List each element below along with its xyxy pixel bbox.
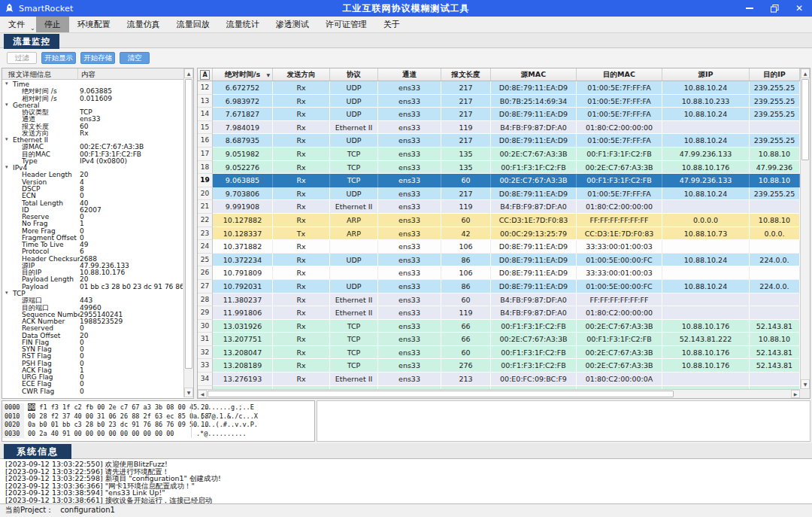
table-row[interactable]: 2710.792031RxUDPens3386D0:8E:79:11:EA:D9… <box>198 280 800 293</box>
tree-item-row[interactable]: No Frag1 <box>2 220 183 227</box>
table-row[interactable]: 3313.208189RxTCPens3327600:F1:F3:1F:C2:F… <box>198 359 800 373</box>
table-row[interactable]: 2210.127882RxARPens3360CC:D3:1E:7D:F0:83… <box>198 214 800 227</box>
table-row[interactable]: 2510.372234RxUDPens3386D0:8E:79:11:EA:D9… <box>198 254 800 267</box>
tree-item-row[interactable]: 源MAC00:2E:C7:67:A3:3B <box>2 144 183 151</box>
tree-item-row[interactable]: Payload01 bb c3 28 b0 23 dc 91 76 86 76 … <box>2 284 183 290</box>
column-header-8[interactable]: 目的IP <box>750 68 800 81</box>
chevron-down-icon[interactable]: ⌄ <box>30 25 35 32</box>
clear-button[interactable]: 清空 <box>120 52 150 64</box>
scroll-right-icon[interactable]: ▶ <box>791 390 800 398</box>
tree-item-row[interactable]: SYN Flag0 <box>2 346 183 353</box>
table-row[interactable]: 126.672752RxUDPens33217D0:8E:79:11:EA:D9… <box>198 81 800 95</box>
column-header-1[interactable]: 发送方向 <box>273 68 330 81</box>
menu-item-2[interactable]: 环境配置 <box>69 17 119 32</box>
table-row[interactable]: 3113.207751RxTCPens336600:2E:C7:67:A3:3B… <box>198 333 800 346</box>
tree-item-row[interactable]: 目的MAC00:F1:F3:1F:C2:FB <box>2 151 183 158</box>
table-row[interactable]: 2811.380237RxEthernet IIens3360B4:FB:F9:… <box>198 293 800 307</box>
tree-expand-icon[interactable]: ▾ <box>5 136 8 144</box>
hex-bytes[interactable]: 0a b0 01 bb c3 28 b0 23 dc 91 76 86 76 0… <box>28 421 209 430</box>
tab-system-info[interactable]: 系统信息 <box>4 444 71 460</box>
tab-traffic-monitor[interactable]: 流量监控 <box>4 34 59 49</box>
tree-item-row[interactable]: RST Flag0 <box>2 353 183 360</box>
menu-item-7[interactable]: 许可证管理 <box>317 17 375 32</box>
tree-item-row[interactable]: 绝对时间 /s9.063885 <box>2 88 183 95</box>
tree-item-row[interactable]: 源IP47.99.236.133 <box>2 263 183 269</box>
table-row[interactable]: 2610.791809Rxens33106D0:8E:79:11:EA:D933… <box>198 266 800 280</box>
scrollbar-thumb[interactable] <box>208 391 674 397</box>
tree-item-row[interactable]: Version4 <box>2 179 183 186</box>
restore-icon[interactable] <box>769 3 780 14</box>
tree-expand-icon[interactable]: ▾ <box>5 164 8 172</box>
table-row[interactable]: 147.671827RxUDPens33217D0:8E:79:11:EA:D9… <box>198 108 800 121</box>
menu-item-3[interactable]: 流量仿真 <box>119 17 168 32</box>
tree-item-row[interactable]: CWR Flag0 <box>2 388 183 395</box>
column-header-7[interactable]: 源IP <box>662 68 750 81</box>
tree-item-row[interactable]: 目的端口49960 <box>2 305 183 312</box>
scroll-left-icon[interactable]: ◀ <box>198 390 207 398</box>
scroll-down-icon[interactable]: ▼ <box>801 379 810 389</box>
table-hscrollbar[interactable]: ◀ ▶ <box>198 389 800 398</box>
tree-item-row[interactable]: 目的IP10.88.10.176 <box>2 269 183 276</box>
filter-button[interactable]: 过滤 <box>7 52 37 64</box>
tree-item-row[interactable]: Total Length40 <box>2 200 183 207</box>
close-icon[interactable]: ✕ <box>794 3 804 14</box>
sort-desc-icon[interactable]: ▼ <box>266 72 270 78</box>
table-row[interactable]: 168.687935RxUDPens33217D0:8E:79:11:EA:D9… <box>198 134 800 147</box>
column-header-0[interactable]: 绝对时间/s▼ <box>213 68 273 81</box>
scrollbar-thumb[interactable] <box>185 79 192 369</box>
column-header-6[interactable]: 目的MAC <box>577 68 662 81</box>
table-row[interactable]: 157.984019RxEthernet IIens33119B4:FB:F9:… <box>198 121 800 135</box>
table-row[interactable]: 2310.128337TxARPens334200:0C:29:13:25:79… <box>198 227 800 241</box>
scroll-down-icon[interactable]: ▼ <box>184 388 193 397</box>
tree-item-row[interactable]: Fragment Offset0 <box>2 235 183 242</box>
tree-item-row[interactable]: Data Offset20 <box>2 333 183 339</box>
table-row[interactable]: 136.983972RxUDPens33217B0:7B:25:14:69:34… <box>198 95 800 108</box>
tree-item-row[interactable]: ACK Number1988523529 <box>2 318 183 325</box>
minimize-icon[interactable] <box>744 3 755 14</box>
tree-item-row[interactable]: FIN Flag0 <box>2 339 183 346</box>
menu-item-0[interactable]: 文件 <box>0 17 33 32</box>
table-row[interactable]: 179.051982RxTCPens3313500:2E:C7:67:A3:3B… <box>198 147 800 161</box>
tree-item-row[interactable]: ECE Flag0 <box>2 381 183 388</box>
start-store-button[interactable]: 开始存储 <box>80 52 115 64</box>
tree-item-row[interactable]: 通道ens33 <box>2 116 183 123</box>
tree-group-row[interactable]: ▾TCP <box>2 290 183 297</box>
table-row[interactable]: 219.991908RxEthernet IIens33119B4:FB:F9:… <box>198 200 800 214</box>
table-row[interactable]: 2410.371882Rxens33106D0:8E:79:11:EA:D933… <box>198 240 800 254</box>
tree-item-row[interactable]: DSCP8 <box>2 186 183 193</box>
column-header-2[interactable]: 协议 <box>330 68 378 81</box>
tree-item-row[interactable]: Reserved0 <box>2 325 183 332</box>
tree-item-row[interactable]: Sequence Number2955140241 <box>2 312 183 318</box>
table-row[interactable]: 199.063885RxTCPens336000:2E:C7:67:A3:3B0… <box>198 174 800 187</box>
table-row[interactable]: 3413.276193RxEthernet IIens3321300:E0:FC… <box>198 373 800 386</box>
menu-item-6[interactable]: 渗透测试 <box>268 17 317 32</box>
hex-bytes[interactable]: 00 28 f2 37 40 00 31 06 26 88 2f 63 ec 8… <box>28 412 209 421</box>
detail-scrollbar[interactable]: ▲ ▼ <box>183 68 193 397</box>
tree-item-row[interactable]: Time To Live49 <box>2 242 183 248</box>
tree-item-row[interactable]: TypeIPv4 (0x0800) <box>2 158 183 165</box>
tree-item-row[interactable]: More Frag0 <box>2 228 183 235</box>
menu-item-1[interactable]: 停止 <box>36 17 69 32</box>
menu-item-5[interactable]: 流量统计 <box>218 17 268 32</box>
table-row[interactable]: 3013.031926RxTCPens336600:F1:F3:1F:C2:FB… <box>198 320 800 333</box>
tree-item-row[interactable]: Header Checksum2688 <box>2 256 183 263</box>
hex-bytes[interactable]: 00 2a 40 91 00 00 00 00 00 00 00 00 00 <box>28 430 174 439</box>
tree-item-row[interactable]: 源端口443 <box>2 297 183 304</box>
table-row[interactable]: 189.052276RxTCPens3313500:F1:F3:1F:C2:FB… <box>198 161 800 175</box>
menu-item-8[interactable]: 关于 <box>375 17 408 32</box>
tree-expand-icon[interactable]: ▾ <box>5 102 8 109</box>
tree-expand-icon[interactable]: ▾ <box>5 81 8 88</box>
table-vscrollbar[interactable]: ▲ ▼ <box>800 68 810 389</box>
table-row[interactable]: 209.703806RxUDPens33217D0:8E:79:11:EA:D9… <box>198 187 800 201</box>
table-row[interactable]: 2911.991806RxEthernet IIens33119B4:FB:F9… <box>198 306 800 320</box>
tree-item-row[interactable]: 协议类型TCP <box>2 109 183 116</box>
tree-item-row[interactable]: Payload Length20 <box>2 276 183 283</box>
column-header-5[interactable]: 源MAC <box>491 68 577 81</box>
tree-item-row[interactable]: Protocol6 <box>2 248 183 255</box>
tree-expand-icon[interactable]: ▾ <box>5 290 8 297</box>
tree-group-row[interactable]: ▾Ethernet II <box>2 137 183 144</box>
hex-selected-byte[interactable]: 00 <box>28 403 35 411</box>
tree-item-row[interactable]: ECN0 <box>2 193 183 199</box>
scrollbar-thumb[interactable] <box>801 79 809 160</box>
menu-item-4[interactable]: 流量回放 <box>168 17 218 32</box>
